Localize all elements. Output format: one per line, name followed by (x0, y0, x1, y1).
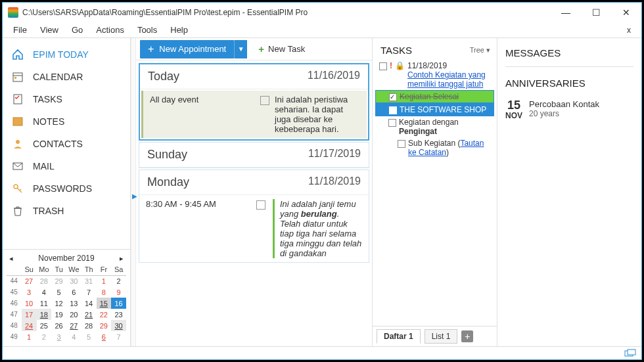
new-task-button[interactable]: + New Task (251, 40, 312, 58)
sidebar-item-notes[interactable]: NOTES (3, 110, 130, 133)
cal-week-number: 47 (7, 309, 22, 320)
task-text: Sub Kegiatan (Tautan ke Catatan) (408, 139, 493, 157)
cal-day[interactable]: 2 (111, 275, 126, 286)
menu-file[interactable]: File (7, 24, 34, 36)
menubar-close[interactable]: x (627, 26, 637, 35)
cal-month-label[interactable]: November 2019 (18, 254, 114, 263)
event-checkbox[interactable] (260, 96, 269, 105)
cal-prev[interactable]: ◂ (7, 254, 16, 263)
cal-day[interactable]: 5 (51, 286, 66, 298)
task-item[interactable]: Kegiatan denganPengingat (375, 116, 494, 137)
sidebar-item-passwords[interactable]: PASSWORDS (3, 177, 130, 200)
task-item-selected[interactable]: THE SOFTWARE SHOP (375, 103, 494, 116)
cal-day[interactable]: 7 (81, 286, 97, 298)
cal-next[interactable]: ▸ (117, 254, 126, 263)
svg-rect-4 (13, 118, 22, 125)
cal-day[interactable]: 1 (22, 331, 37, 342)
cal-day[interactable]: 30 (66, 275, 81, 286)
menu-go[interactable]: Go (65, 24, 89, 36)
cal-day[interactable]: 16 (111, 298, 126, 309)
cal-day[interactable]: 26 (51, 320, 66, 331)
task-checkbox[interactable] (379, 62, 387, 70)
sync-icon[interactable] (624, 349, 636, 358)
timed-event[interactable]: 8:30 AM - 9:45 AM Ini adalah janji temu … (139, 195, 369, 262)
cal-day[interactable]: 31 (81, 275, 97, 286)
cal-day[interactable]: 22 (97, 309, 112, 320)
cal-day[interactable]: 5 (81, 331, 97, 342)
cal-day[interactable]: 3 (22, 286, 37, 298)
cal-day[interactable]: 18 (37, 309, 52, 320)
cal-day[interactable]: 8 (97, 286, 112, 298)
task-checkbox[interactable] (389, 93, 397, 101)
cal-day[interactable]: 27 (22, 275, 37, 286)
cal-day[interactable]: 20 (66, 309, 81, 320)
minimize-button[interactable]: — (551, 3, 581, 22)
cal-day[interactable]: 30 (111, 320, 126, 331)
menu-help[interactable]: Help (164, 24, 195, 36)
task-tab-1[interactable]: Daftar 1 (377, 329, 421, 344)
add-tab-button[interactable]: + (461, 330, 473, 342)
anniv-month: NOV (505, 111, 522, 120)
cal-day[interactable]: 23 (111, 309, 126, 320)
cal-day[interactable]: 7 (111, 331, 126, 342)
sidebar-item-trash[interactable]: TRASH (3, 200, 130, 222)
cal-day[interactable]: 17 (22, 309, 37, 320)
cal-day[interactable]: 11 (37, 298, 52, 309)
cal-day[interactable]: 29 (97, 320, 112, 331)
cal-day[interactable]: 25 (37, 320, 52, 331)
cal-day[interactable]: 6 (97, 331, 112, 342)
menu-tools[interactable]: Tools (131, 24, 164, 36)
task-checkbox[interactable] (398, 140, 405, 148)
cal-day[interactable]: 10 (22, 298, 37, 309)
cal-day[interactable]: 19 (51, 309, 66, 320)
app-icon (8, 7, 18, 18)
close-button[interactable]: ✕ (611, 3, 641, 22)
sidebar-item-mail[interactable]: MAIL (3, 155, 130, 177)
new-appointment-dropdown[interactable]: ▼ (234, 40, 247, 58)
tasks-view-mode[interactable]: Tree ▾ (470, 46, 490, 55)
sidebar-item-calendar[interactable]: CALENDAR (3, 66, 130, 88)
cal-day[interactable]: 6 (66, 286, 81, 298)
cal-day[interactable]: 3 (51, 331, 66, 342)
event-checkbox[interactable] (256, 200, 265, 210)
cal-day[interactable]: 12 (51, 298, 66, 309)
cal-day[interactable]: 28 (37, 275, 52, 286)
sidebar-item-contacts[interactable]: CONTACTS (3, 133, 130, 155)
maximize-button[interactable]: ☐ (581, 3, 611, 22)
main-panel: + New Appointment ▼ + New Task Today 11/… (136, 38, 372, 346)
cal-day[interactable]: 15 (97, 298, 112, 309)
splitter[interactable]: ▶ (131, 38, 136, 346)
svg-point-5 (16, 140, 20, 144)
task-item[interactable]: ! 🔒 11/18/2019Contoh Kegiatan yang memil… (375, 60, 494, 90)
cal-day[interactable]: 24 (22, 320, 37, 331)
task-item-done[interactable]: Kegiatan Selesai (375, 90, 494, 103)
cal-day[interactable]: 4 (37, 286, 52, 298)
sidebar-item-tasks[interactable]: TASKS (3, 88, 130, 110)
cal-week-number: 49 (7, 331, 22, 342)
anniversary-item[interactable]: 15 NOV Percobaan Kontak 20 years (505, 99, 633, 120)
sidebar-item-epim-today[interactable]: EPIM TODAY (3, 43, 130, 66)
category-bar (273, 199, 275, 258)
day-date: 11/18/2019 (308, 175, 361, 189)
menu-actions[interactable]: Actions (89, 24, 131, 36)
statusbar (3, 346, 641, 359)
cal-day[interactable]: 13 (66, 298, 81, 309)
task-checkbox[interactable] (388, 119, 396, 127)
allday-event[interactable]: All day event Ini adalah peristiwa sehar… (141, 91, 367, 138)
sidebar-item-label: CONTACTS (33, 139, 83, 149)
cal-day[interactable]: 2 (37, 331, 52, 342)
cal-day[interactable]: 29 (51, 275, 66, 286)
cal-week-number: 46 (7, 298, 22, 309)
menu-view[interactable]: View (34, 24, 65, 36)
task-tab-2[interactable]: List 1 (425, 329, 458, 344)
cal-day[interactable]: 9 (111, 286, 126, 298)
task-subitem[interactable]: Sub Kegiatan (Tautan ke Catatan) (375, 137, 494, 158)
cal-day[interactable]: 14 (81, 298, 97, 309)
task-checkbox[interactable] (389, 106, 397, 114)
cal-day[interactable]: 21 (81, 309, 97, 320)
new-appointment-button[interactable]: + New Appointment (140, 40, 234, 58)
cal-day[interactable]: 27 (66, 320, 81, 331)
cal-day[interactable]: 1 (97, 275, 112, 286)
cal-day[interactable]: 4 (66, 331, 81, 342)
cal-day[interactable]: 28 (81, 320, 97, 331)
